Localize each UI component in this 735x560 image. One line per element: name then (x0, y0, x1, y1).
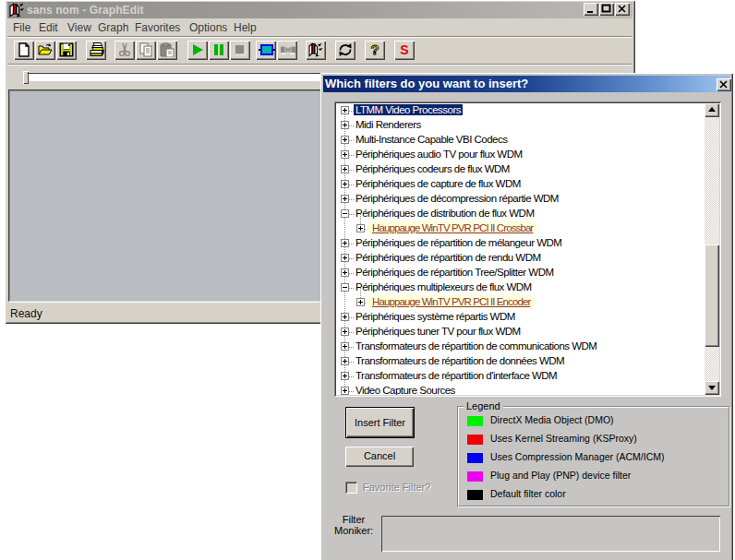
svg-text:?: ? (370, 42, 379, 57)
svg-text:S: S (400, 42, 408, 57)
